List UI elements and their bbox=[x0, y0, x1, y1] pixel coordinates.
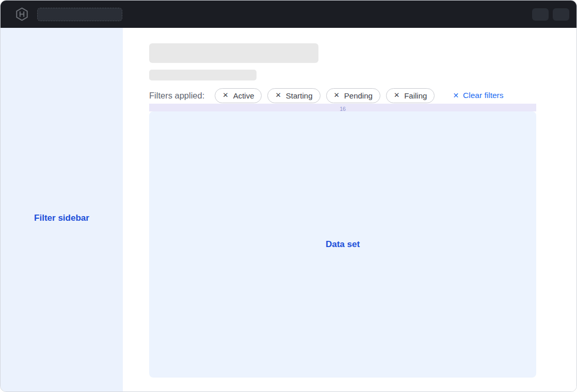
filter-chip-pending[interactable]: ✕ Pending bbox=[326, 88, 380, 103]
chip-dismiss-icon[interactable]: ✕ bbox=[222, 92, 228, 99]
page-title-skeleton bbox=[149, 43, 318, 63]
app-window: Filter sidebar Filters applied: ✕ Active… bbox=[0, 0, 577, 392]
filters-applied-row: Filters applied: ✕ Active ✕ Starting ✕ P… bbox=[149, 88, 504, 103]
top-nav-bar bbox=[1, 1, 576, 28]
hashicorp-logo-icon bbox=[15, 7, 29, 21]
filter-chip-starting[interactable]: ✕ Starting bbox=[267, 88, 320, 103]
topbar-actions bbox=[532, 8, 569, 21]
clear-filters-link[interactable]: ✕ Clear filters bbox=[453, 91, 503, 100]
topbar-action-placeholder-2 bbox=[553, 8, 569, 21]
data-set-label: Data set bbox=[326, 239, 360, 250]
filter-chip-active[interactable]: ✕ Active bbox=[215, 88, 262, 103]
filter-chip-label: Active bbox=[233, 91, 254, 100]
nav-placeholder-skeleton bbox=[37, 8, 122, 21]
filter-chip-label: Starting bbox=[286, 91, 313, 100]
app-body: Filter sidebar Filters applied: ✕ Active… bbox=[1, 28, 576, 391]
chip-dismiss-icon[interactable]: ✕ bbox=[394, 92, 399, 99]
topbar-action-placeholder-1 bbox=[532, 8, 549, 21]
filter-chip-label: Pending bbox=[344, 91, 373, 100]
data-set-region: Data set bbox=[149, 111, 536, 378]
filter-sidebar-region: Filter sidebar bbox=[1, 28, 123, 391]
page-subtitle-skeleton bbox=[149, 70, 257, 80]
spacing-annotation-strip: 16 bbox=[149, 104, 536, 111]
main-content: Filters applied: ✕ Active ✕ Starting ✕ P… bbox=[123, 28, 576, 391]
filters-applied-label: Filters applied: bbox=[149, 91, 204, 101]
clear-filters-icon: ✕ bbox=[453, 92, 459, 99]
clear-filters-label: Clear filters bbox=[463, 91, 503, 100]
chip-dismiss-icon[interactable]: ✕ bbox=[275, 92, 281, 99]
filter-chip-failing[interactable]: ✕ Failing bbox=[386, 88, 435, 103]
chip-dismiss-icon[interactable]: ✕ bbox=[334, 92, 340, 99]
filter-sidebar-label: Filter sidebar bbox=[1, 213, 123, 223]
filter-chip-label: Failing bbox=[404, 91, 427, 100]
